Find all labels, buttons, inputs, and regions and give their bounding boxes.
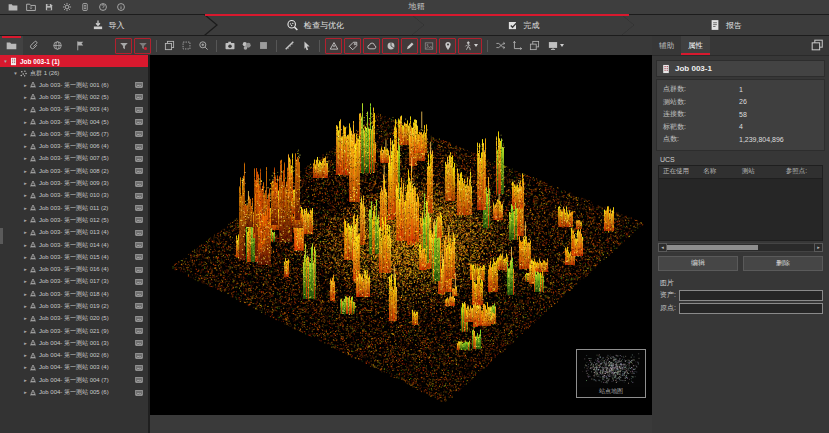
expand-arrow-icon[interactable]: ► <box>22 378 29 383</box>
photo-thumbnail-icon[interactable] <box>135 155 143 163</box>
tree-station-row[interactable]: ► Job 004- 第一测站 003 (4) <box>0 362 148 374</box>
tree-tab-clip[interactable] <box>23 36 46 55</box>
expand-arrow-icon[interactable]: ► <box>22 169 29 174</box>
workflow-step-report[interactable]: 报告 <box>622 15 829 35</box>
expand-arrow-icon[interactable]: ▼ <box>12 71 19 76</box>
photo-thumbnail-icon[interactable] <box>135 315 143 323</box>
tree-station-row[interactable]: ► Job 003- 第一测站 004 (5) <box>0 116 148 128</box>
image-marker-icon[interactable] <box>420 38 437 54</box>
workflow-step-import[interactable]: 导入 <box>0 15 216 35</box>
spheres-icon[interactable] <box>238 38 255 54</box>
tag-marker-icon[interactable] <box>344 38 361 54</box>
zoom-region-icon[interactable] <box>195 38 212 54</box>
expand-arrow-icon[interactable]: ▼ <box>2 59 9 64</box>
tree-filter-b-icon[interactable] <box>134 38 151 54</box>
photo-thumbnail-icon[interactable] <box>135 327 143 335</box>
tree-station-row[interactable]: ► Job 004- 第一测站 002 (6) <box>0 350 148 362</box>
photo-thumbnail-icon[interactable] <box>135 389 143 397</box>
expand-arrow-icon[interactable]: ► <box>22 255 29 260</box>
walkthrough-icon[interactable] <box>458 38 482 54</box>
expand-arrow-icon[interactable]: ► <box>22 329 29 334</box>
pointcloud-viewport[interactable]: 站点地图 <box>150 55 652 415</box>
view-frames-icon[interactable] <box>526 38 543 54</box>
photo-thumbnail-icon[interactable] <box>135 376 143 384</box>
expand-arrow-icon[interactable]: ► <box>22 206 29 211</box>
expand-arrow-icon[interactable]: ► <box>22 95 29 100</box>
plane-square-icon[interactable] <box>255 38 272 54</box>
tree-tab-flag[interactable] <box>69 36 92 55</box>
origin-input[interactable] <box>679 303 823 314</box>
photo-thumbnail-icon[interactable] <box>135 192 143 200</box>
tree-station-row[interactable]: ► Job 004- 第一测站 001 (3) <box>0 337 148 349</box>
expand-arrow-icon[interactable]: ► <box>22 292 29 297</box>
photo-thumbnail-icon[interactable] <box>135 364 143 372</box>
draw-pen-icon[interactable] <box>401 38 418 54</box>
scrollbar-track[interactable] <box>667 243 814 252</box>
tree-filter-a-icon[interactable] <box>115 38 132 54</box>
tree-station-row[interactable]: ► Job 003- 第一测站 015 (4) <box>0 251 148 263</box>
settings-gear-icon[interactable] <box>58 0 76 14</box>
photo-thumbnail-icon[interactable] <box>135 93 143 101</box>
photo-thumbnail-icon[interactable] <box>135 106 143 114</box>
expand-arrow-icon[interactable]: ► <box>22 144 29 149</box>
measure-ruler-icon[interactable] <box>281 38 298 54</box>
tree-tab-structure[interactable] <box>0 36 23 55</box>
cloud-marker-icon[interactable] <box>363 38 380 54</box>
ucs-horizontal-scrollbar[interactable]: ◂ ▸ <box>658 243 823 252</box>
photo-thumbnail-icon[interactable] <box>135 339 143 347</box>
tree-station-row[interactable]: ► Job 003- 第一测站 009 (3) <box>0 177 148 189</box>
tree-station-row[interactable]: ► Job 003- 第一测站 003 (4) <box>0 104 148 116</box>
photo-thumbnail-icon[interactable] <box>135 81 143 89</box>
expand-arrow-icon[interactable]: ► <box>22 120 29 125</box>
expand-arrow-icon[interactable]: ► <box>22 353 29 358</box>
expand-arrow-icon[interactable]: ► <box>22 181 29 186</box>
tree-station-row[interactable]: ► Job 003- 第一测站 019 (2) <box>0 300 148 312</box>
scrollbar-thumb[interactable] <box>667 245 758 250</box>
expand-arrow-icon[interactable]: ► <box>22 279 29 284</box>
tree-tab-globe[interactable] <box>46 36 69 55</box>
tree-station-row[interactable]: ► Job 003- 第一测站 010 (3) <box>0 190 148 202</box>
tree-station-row[interactable]: ► Job 003- 第一测站 020 (5) <box>0 313 148 325</box>
expand-arrow-icon[interactable]: ► <box>22 193 29 198</box>
scroll-right-arrow[interactable]: ▸ <box>814 243 823 252</box>
info-icon[interactable] <box>112 0 130 14</box>
tree-station-row[interactable]: ► Job 003- 第一测站 001 (6) <box>0 79 148 91</box>
expand-arrow-icon[interactable]: ► <box>22 390 29 395</box>
tree-station-row[interactable]: ► Job 003- 第一测站 002 (5) <box>0 91 148 103</box>
ucs-table[interactable]: 正在使用名称测站参照点: <box>658 165 823 241</box>
asset-input[interactable] <box>679 290 823 301</box>
tree-station-row[interactable]: ► Job 003- 第一测站 012 (5) <box>0 214 148 226</box>
expand-arrow-icon[interactable]: ► <box>22 132 29 137</box>
photo-thumbnail-icon[interactable] <box>135 180 143 188</box>
photo-thumbnail-icon[interactable] <box>135 204 143 212</box>
tree-station-row[interactable]: ► Job 003- 第一测站 008 (2) <box>0 165 148 177</box>
photo-thumbnail-icon[interactable] <box>135 302 143 310</box>
archive-icon[interactable] <box>76 0 94 14</box>
swap-arrows-icon[interactable] <box>492 38 509 54</box>
tab-properties[interactable]: 属性 <box>681 36 710 55</box>
delete-button[interactable]: 删除 <box>743 256 823 271</box>
photo-thumbnail-icon[interactable] <box>135 216 143 224</box>
scroll-left-arrow[interactable]: ◂ <box>658 243 667 252</box>
crop-rect-icon[interactable] <box>178 38 195 54</box>
expand-arrow-icon[interactable]: ► <box>22 316 29 321</box>
photo-thumbnail-icon[interactable] <box>135 278 143 286</box>
photo-thumbnail-icon[interactable] <box>135 241 143 249</box>
tree-station-row[interactable]: ► Job 003- 第一测站 005 (7) <box>0 128 148 140</box>
import-folder-icon[interactable] <box>22 0 40 14</box>
warning-marker-icon[interactable] <box>325 38 342 54</box>
workflow-step-complete[interactable]: 完成 <box>412 15 634 35</box>
pick-cursor-icon[interactable] <box>298 38 315 54</box>
photo-thumbnail-icon[interactable] <box>135 229 143 237</box>
camera-icon[interactable] <box>221 38 238 54</box>
photo-thumbnail-icon[interactable] <box>135 266 143 274</box>
photo-thumbnail-icon[interactable] <box>135 352 143 360</box>
tab-auxiliary[interactable]: 辅助 <box>652 36 681 55</box>
tree-station-row[interactable]: ► Job 004- 第一测站 004 (7) <box>0 374 148 386</box>
tree-station-row[interactable]: ► Job 004- 第一测站 005 (6) <box>0 386 148 398</box>
tree-station-row[interactable]: ► Job 003- 第一测站 013 (4) <box>0 227 148 239</box>
photo-thumbnail-icon[interactable] <box>135 118 143 126</box>
expand-arrow-icon[interactable]: ► <box>22 156 29 161</box>
sphere-target-icon[interactable] <box>382 38 399 54</box>
expand-arrow-icon[interactable]: ► <box>22 230 29 235</box>
